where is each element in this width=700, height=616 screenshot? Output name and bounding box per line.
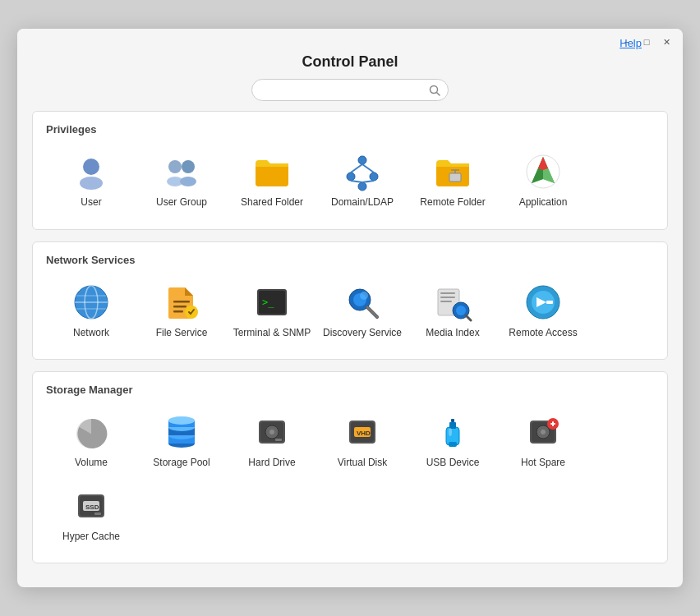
item-media-index[interactable]: Media Index <box>408 278 498 345</box>
section-storage-manager-title: Storage Manager <box>46 384 654 396</box>
title-bar: Help − □ ✕ <box>17 29 683 52</box>
privileges-grid: User User Group <box>46 147 654 214</box>
item-user[interactable]: User <box>46 147 136 214</box>
svg-rect-38 <box>440 292 455 294</box>
svg-point-11 <box>358 182 366 191</box>
network-services-grid: Network F <box>46 278 654 345</box>
svg-rect-47 <box>546 301 553 304</box>
svg-rect-60 <box>275 439 282 441</box>
hot-spare-icon <box>523 412 563 452</box>
domain-ldap-icon <box>343 152 382 191</box>
file-service-icon <box>162 283 201 322</box>
user-icon <box>71 152 111 191</box>
page-title: Control Panel <box>17 53 683 71</box>
section-privileges: Privileges User <box>32 111 668 230</box>
remote-access-label: Remote Access <box>509 327 577 340</box>
item-network[interactable]: Network <box>46 278 136 345</box>
item-file-service[interactable]: File Service <box>136 278 227 345</box>
item-discovery-service[interactable]: Discovery Service <box>317 278 408 345</box>
terminal-snmp-label: Terminal & SNMP <box>233 327 311 340</box>
domain-ldap-label: Domain/LDAP <box>331 196 394 209</box>
svg-rect-66 <box>449 442 457 447</box>
network-label: Network <box>73 327 109 340</box>
remote-folder-icon <box>433 152 472 191</box>
storage-pool-label: Storage Pool <box>153 457 210 470</box>
virtual-disk-label: Virtual Disk <box>338 457 387 470</box>
volume-icon <box>71 412 111 452</box>
usb-device-icon <box>433 412 472 452</box>
svg-point-55 <box>168 416 195 425</box>
svg-point-9 <box>347 172 355 181</box>
svg-rect-25 <box>173 301 190 303</box>
svg-rect-26 <box>173 306 187 308</box>
main-content: Privileges User <box>17 111 683 587</box>
item-hot-spare[interactable]: Hot Spare <box>498 407 588 475</box>
svg-rect-40 <box>440 301 452 302</box>
item-virtual-disk[interactable]: VHD Virtual Disk <box>317 407 408 475</box>
network-icon <box>71 283 111 322</box>
item-hard-drive[interactable]: Hard Drive <box>227 407 317 475</box>
item-remote-access[interactable]: Remote Access <box>498 278 588 345</box>
storage-pool-icon <box>162 412 201 452</box>
discovery-service-icon <box>343 283 382 322</box>
svg-rect-81 <box>94 513 101 515</box>
window-header: Control Panel <box>17 52 683 79</box>
storage-manager-grid: Volume <box>46 407 654 548</box>
item-domain-ldap[interactable]: Domain/LDAP <box>317 147 408 214</box>
item-terminal-snmp[interactable]: >_ Terminal & SNMP <box>227 278 317 345</box>
media-index-icon <box>433 283 472 322</box>
shared-folder-icon <box>252 152 292 191</box>
svg-point-59 <box>269 430 274 434</box>
hyper-cache-icon: SSD <box>71 486 111 526</box>
svg-line-36 <box>367 307 377 317</box>
svg-rect-67 <box>449 422 456 429</box>
user-group-label: User Group <box>156 196 207 209</box>
item-usb-device[interactable]: USB Device <box>408 407 498 475</box>
svg-rect-68 <box>451 419 454 422</box>
svg-point-7 <box>180 177 196 186</box>
section-storage-manager: Storage Manager Volume <box>32 371 668 563</box>
item-remote-folder[interactable]: Remote Folder <box>408 147 498 214</box>
svg-line-15 <box>362 181 374 182</box>
svg-rect-76 <box>552 421 554 426</box>
usb-device-label: USB Device <box>426 457 480 470</box>
hot-spare-label: Hot Spare <box>521 457 565 470</box>
application-label: Application <box>519 196 568 209</box>
search-input[interactable] <box>251 79 449 101</box>
svg-point-8 <box>358 156 366 164</box>
item-shared-folder[interactable]: Shared Folder <box>227 147 317 214</box>
discovery-service-label: Discovery Service <box>323 327 402 340</box>
svg-point-42 <box>456 306 466 315</box>
svg-line-14 <box>351 181 362 182</box>
volume-label: Volume <box>75 457 108 470</box>
svg-rect-16 <box>449 173 461 182</box>
svg-point-2 <box>83 159 99 175</box>
shared-folder-label: Shared Folder <box>241 196 303 209</box>
section-network-services-title: Network Services <box>46 254 654 266</box>
terminal-snmp-icon: >_ <box>252 283 292 322</box>
close-button[interactable]: ✕ <box>660 35 673 48</box>
item-user-group[interactable]: User Group <box>136 147 227 214</box>
item-hyper-cache[interactable]: SSD Hyper Cache <box>46 481 136 549</box>
svg-line-43 <box>466 315 471 320</box>
main-window: Help − □ ✕ Control Panel Privileges <box>17 29 683 587</box>
svg-text:SSD: SSD <box>85 503 99 511</box>
svg-line-12 <box>351 164 362 172</box>
svg-rect-27 <box>173 310 183 313</box>
application-icon <box>523 152 563 191</box>
help-link[interactable]: Help <box>619 37 642 49</box>
file-service-label: File Service <box>156 327 208 340</box>
search-bar <box>17 79 683 101</box>
restore-button[interactable]: □ <box>640 35 653 48</box>
search-input-wrap <box>251 79 449 101</box>
svg-line-13 <box>362 164 374 172</box>
item-volume[interactable]: Volume <box>46 407 136 475</box>
item-application[interactable]: Application <box>498 147 588 214</box>
section-network-services: Network Services Network <box>32 241 668 361</box>
svg-line-1 <box>437 92 440 95</box>
svg-point-3 <box>80 177 103 190</box>
media-index-label: Media Index <box>426 327 479 340</box>
svg-point-10 <box>370 172 378 181</box>
item-storage-pool[interactable]: Storage Pool <box>136 407 227 475</box>
svg-point-4 <box>168 160 182 173</box>
